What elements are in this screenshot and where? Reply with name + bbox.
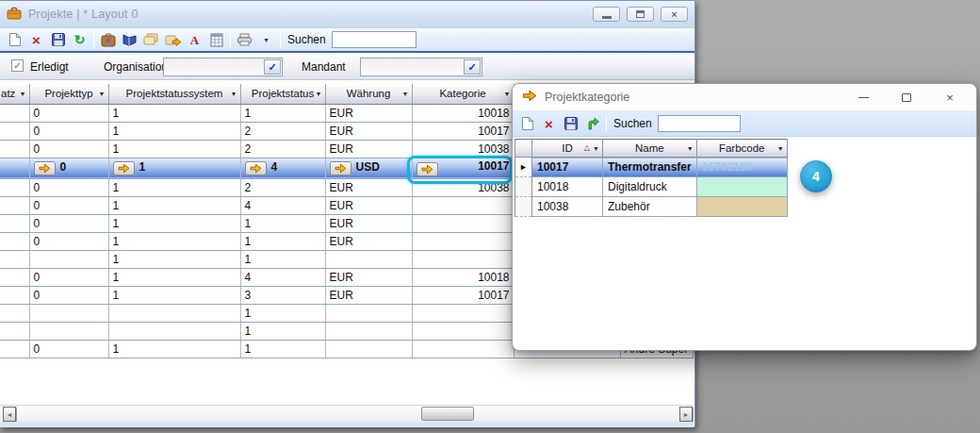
save-icon[interactable] — [560, 114, 581, 133]
column-header-Projektstatussystem[interactable]: Projektstatussystem▼ — [108, 84, 240, 104]
grid-cell[interactable] — [412, 196, 514, 214]
grid-cell[interactable]: 1 — [108, 104, 240, 122]
popup-close-button[interactable]: × — [940, 89, 959, 106]
grid-cell[interactable]: 1 — [108, 196, 240, 214]
grid-cell[interactable] — [0, 122, 29, 140]
close-button[interactable]: × — [661, 7, 688, 22]
row-selector[interactable] — [515, 197, 532, 217]
grid-cell[interactable]: EUR — [325, 104, 412, 122]
grid-cell[interactable] — [325, 340, 412, 358]
contacts-icon[interactable] — [97, 30, 119, 49]
grid-cell[interactable] — [325, 250, 412, 268]
print-dropdown-icon[interactable]: ▾ — [255, 30, 277, 49]
save-icon[interactable] — [47, 30, 69, 49]
grid-row[interactable]: 10018Digitaldruck — [515, 177, 788, 197]
filter-arrow-icon[interactable]: ▼ — [99, 91, 106, 97]
grid-cell[interactable] — [0, 250, 29, 268]
grid-cell[interactable]: 0 — [29, 196, 108, 214]
column-header-Projekttyp[interactable]: Projekttyp▼ — [29, 84, 108, 104]
grid-cell[interactable]: 1 — [108, 232, 240, 250]
filter-arrow-icon[interactable]: ▼ — [20, 91, 26, 97]
journal-icon[interactable] — [119, 30, 140, 49]
grid-cell[interactable] — [0, 214, 29, 232]
organisation-input[interactable] — [165, 59, 263, 75]
grid-cell[interactable]: USD — [325, 158, 412, 178]
grid-cell[interactable]: 4 — [240, 268, 325, 286]
row-selector[interactable] — [515, 177, 532, 197]
grid-cell[interactable]: 1 — [240, 322, 325, 340]
filter-arrow-icon[interactable]: ▼ — [316, 91, 322, 97]
grid-cell[interactable] — [0, 178, 29, 196]
grid-cell[interactable] — [29, 322, 108, 340]
grid-cell[interactable]: 0 — [29, 286, 108, 304]
refresh-arrow-icon[interactable] — [581, 114, 603, 133]
grid-cell[interactable] — [0, 140, 29, 158]
grid-cell[interactable] — [412, 340, 514, 358]
delete-icon[interactable]: × — [25, 30, 47, 49]
grid-cell[interactable] — [412, 232, 514, 250]
lookup-arrow-button[interactable] — [113, 161, 135, 175]
id-cell[interactable]: 10018 — [532, 177, 603, 197]
grid-cell[interactable]: 0 — [29, 232, 108, 250]
grid-cell[interactable]: EUR — [325, 196, 412, 214]
grid-cell[interactable]: EUR — [325, 286, 412, 304]
grid-cell[interactable]: EUR — [325, 140, 412, 158]
restore-button[interactable] — [627, 7, 654, 22]
grid-cell[interactable]: 1 — [240, 232, 325, 250]
grid-cell[interactable] — [412, 304, 514, 322]
column-header-atz[interactable]: atz▼ — [0, 84, 29, 104]
grid-cell[interactable] — [325, 322, 412, 340]
popup-maximize-button[interactable] — [897, 89, 916, 106]
export-folder-icon[interactable] — [162, 30, 184, 49]
id-cell[interactable]: 10038 — [532, 197, 603, 217]
grid-cell[interactable]: 1 — [108, 178, 240, 196]
grid-cell[interactable]: 10018 — [412, 268, 514, 286]
grid-cell[interactable] — [412, 214, 514, 232]
search-input[interactable] — [332, 31, 416, 48]
grid-cell[interactable]: EUR — [325, 268, 412, 286]
erledigt-checkbox[interactable]: ✓ — [11, 59, 24, 72]
grid-cell[interactable]: 4 — [240, 158, 325, 178]
grid-cell[interactable] — [29, 250, 108, 268]
filter-arrow-icon[interactable]: ▼ — [504, 91, 511, 97]
name-cell[interactable]: Zubehör — [603, 197, 697, 217]
lookup-arrow-button[interactable] — [330, 161, 351, 175]
grid-cell[interactable]: 1 — [240, 104, 325, 122]
grid-cell[interactable]: 1 — [108, 158, 240, 178]
grid-cell[interactable]: 2 — [240, 140, 325, 158]
report-icon[interactable] — [205, 30, 227, 49]
new-document-icon[interactable] — [516, 114, 538, 133]
scroll-left-button[interactable]: ◄ — [3, 407, 16, 422]
column-header-id[interactable]: ID△▼ — [532, 140, 603, 158]
grid-cell[interactable] — [0, 196, 29, 214]
farbcode-cell[interactable] — [696, 177, 787, 197]
row-selector[interactable]: ► — [515, 158, 532, 177]
column-header-Projektstatus[interactable]: Projektstatus▼ — [240, 84, 325, 104]
column-header-farbcode[interactable]: Farbcode▼ — [696, 140, 787, 158]
lookup-arrow-button[interactable] — [34, 161, 56, 175]
grid-cell[interactable]: 1 — [240, 214, 325, 232]
new-document-icon[interactable] — [4, 30, 25, 49]
grid-cell[interactable] — [0, 104, 29, 122]
grid-cell[interactable]: 0 — [29, 340, 108, 358]
grid-cell[interactable]: 1 — [108, 122, 240, 140]
filter-arrow-icon[interactable]: ▼ — [231, 91, 237, 97]
grid-cell[interactable]: 0 — [29, 140, 108, 158]
mandant-apply-button[interactable]: ✓ — [464, 59, 481, 75]
farbcode-cell[interactable] — [696, 197, 787, 217]
grid-cell[interactable]: 0 — [29, 104, 108, 122]
grid-cell[interactable]: 1 — [108, 340, 240, 358]
filter-arrow-icon[interactable]: ▼ — [402, 91, 409, 97]
grid-cell[interactable]: 1 — [240, 340, 325, 358]
grid-cell[interactable]: 1 — [240, 250, 325, 268]
grid-cell[interactable]: 2 — [240, 178, 325, 196]
scroll-thumb[interactable] — [421, 407, 474, 421]
horizontal-scrollbar[interactable]: ◄ ► — [0, 405, 694, 422]
grid-cell[interactable]: 1 — [108, 250, 240, 268]
grid-cell[interactable]: 1 — [240, 304, 325, 322]
popup-search-input[interactable] — [658, 115, 741, 132]
grid-cell[interactable]: EUR — [325, 122, 412, 140]
filter-arrow-icon[interactable]: ▼ — [777, 145, 784, 152]
name-cell[interactable]: Digitaldruck — [603, 177, 697, 197]
grid-cell[interactable]: 2 — [240, 122, 325, 140]
